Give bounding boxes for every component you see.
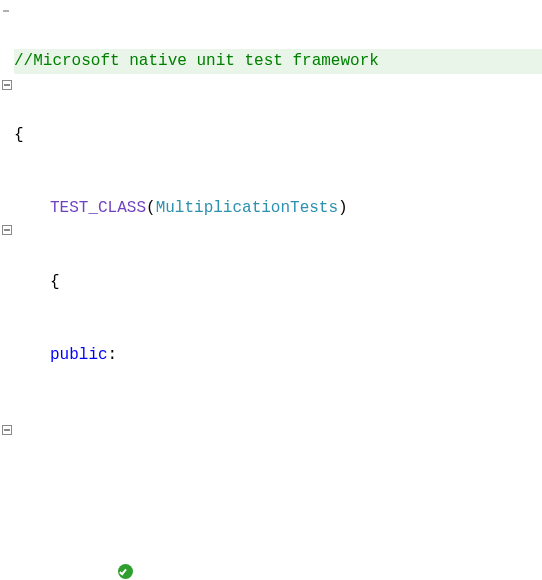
code-editor[interactable]: //Microsoft native unit test framework {… — [0, 0, 542, 580]
paren: ( — [146, 199, 156, 217]
class-name: MultiplicationTests — [156, 199, 338, 217]
paren: ) — [338, 199, 348, 217]
fold-toggle[interactable] — [2, 80, 12, 90]
comment-line: //Microsoft native unit test framework — [14, 52, 379, 70]
gutter-tick — [3, 10, 9, 12]
brace: { — [14, 126, 24, 144]
test-class-macro: TEST_CLASS — [50, 199, 146, 217]
gutter — [0, 0, 14, 580]
colon: : — [108, 346, 118, 364]
code-area[interactable]: //Microsoft native unit test framework {… — [14, 0, 542, 580]
fold-toggle[interactable] — [2, 425, 12, 435]
fold-toggle[interactable] — [2, 225, 12, 235]
test-pass-icon — [118, 564, 133, 579]
public-keyword: public — [50, 346, 108, 364]
brace: { — [50, 273, 60, 291]
